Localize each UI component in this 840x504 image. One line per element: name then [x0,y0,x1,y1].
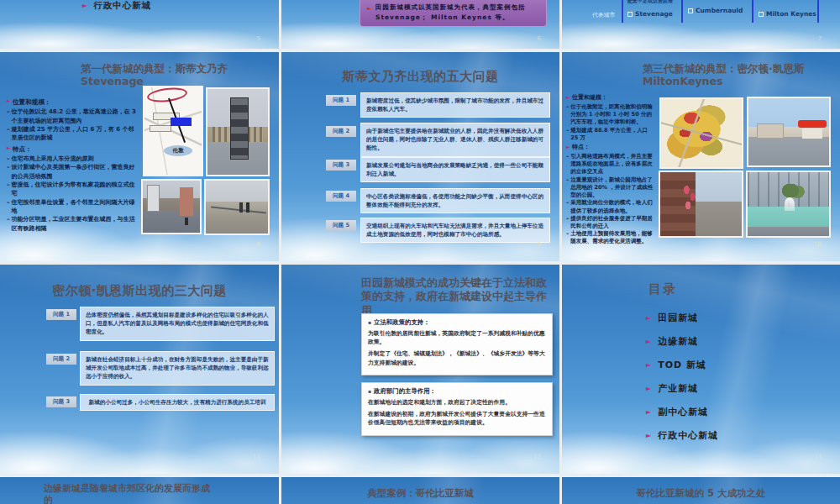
slide-policy[interactable]: 田园新城模式的成功关键在于立法和政策的支持，政府在新城建设中起主导作用 ▪立法和… [281,265,559,474]
bullet-item: 位于伦敦以北 48.2 公里，靠近高速公路，在 3 个主要机场的近距离范围内 [7,108,139,125]
map-roads [661,99,742,167]
section-header: 特点： [572,144,590,152]
page-number: 5 [257,35,260,42]
photo-tower-block [147,185,160,212]
toc-item: 边缘新城 [646,335,718,348]
slide-garden-city-note-partial[interactable]: 田园新城模式以英国新城为代表，典型案例包括 Stevenage； Milton … [281,0,559,49]
arrow-bullet-icon [7,97,11,106]
dash-bullet-icon [566,230,569,238]
photo-figure [185,218,188,225]
toc-item: TOD 新城 [646,359,718,371]
street-photo [141,179,202,234]
bullet-text: 位于伦敦附近，距离伦敦和伯明翰分别为 1 小时和 1 小时 50 分的汽车车程，… [570,103,656,127]
bullet-item: 功能分区明显，工业区主要布置在城西，与生活区有铁路相隔 [7,215,139,233]
table-divider [752,0,753,23]
policy-box-government: ▪政府部门的主导作用： 在新城地址的选定和规划方面，政府起了决定性的作用。 在新… [361,382,553,436]
section-header: 位置和规模： [13,97,51,107]
slide-columbia-success-partial[interactable]: 哥伦比亚新城的 5 大成功之处 [562,477,840,504]
photo-fountain [785,197,795,211]
bullet-text: 住宅按邻里单位设置，各个邻里之间间隔大片绿地 [12,198,140,216]
map-city-label: 伦敦 [173,147,184,155]
page-number: 6 [538,35,541,42]
petrol-street-photo [747,97,831,167]
page-number: 7 [818,35,822,42]
slide-title: 第三代新城的典型：密尔顿·凯恩斯 MiltonKeynes [643,62,840,87]
slide-comparison-table-partial[interactable]: 配套不足或运营困难 代表城市 Stevenage Cumbernauld Mil… [562,0,840,49]
bullet-item: 住宅布局上采用人车分流的原则 [7,155,139,163]
photo-highrise [180,187,193,216]
box-paragraph: 并制定了《住宅、城镇规划法》，《新城法》、《城乡开发法》等等大力支持新城的建设。 [368,349,546,366]
bullet-column: 位置和规模： 位于伦敦附近，距离伦敦和伯明翰分别为 1 小时和 1 小时 50 … [566,92,656,246]
clock-tower-photo [206,87,270,176]
slide-edge-city-partial[interactable]: 边缘新城是随着城市郊区化的发展而形成的 [0,477,279,504]
toc-partial-item: 行政中心新城 [82,0,151,12]
arrow-bullet-icon [566,94,570,102]
square-bullet-icon: ▪ [368,388,371,394]
slide-title-cn: 第一代新城的典型：斯蒂文乃齐 [81,62,274,75]
box-header: ▪政府部门的主导作用： [368,387,546,396]
slide-stevenage[interactable]: 第一代新城的典型：斯蒂文乃齐 Stevenage 位置和规模： 位于伦敦以北 4… [0,52,279,261]
dash-bullet-icon [566,199,569,207]
slide-title: 哥伦比亚新城的 5 大成功之处 [562,487,840,500]
slide-title-cn: 第三代新城的典型：密尔顿·凯恩斯 [643,62,840,75]
bullet-text: 密度低，住宅设计多为带有私家花园的独立式住宅 [12,181,140,198]
toc-item-label: 田园新城 [658,312,698,324]
slide-columbia-case-partial[interactable]: 典型案例：哥伦比亚新城 [281,477,559,504]
arrow-bullet-icon [646,313,651,323]
dash-bullet-icon [566,176,569,184]
slide-milton-problems[interactable]: 密尔顿·凯恩斯出现的三大问题 问题 1 总体密度仍然偏低，虽然其规划目标是建设多… [0,265,279,474]
dash-bullet-icon [7,215,10,223]
city-name: Cumbernauld [696,7,743,14]
slide-milton-keynes[interactable]: 第三代新城的典型：密尔顿·凯恩斯 MiltonKeynes 位置和规模： 位于伦… [562,52,840,261]
dash-bullet-icon [7,108,10,116]
slide-toc[interactable]: 目录 田园新城 边缘新城 TOD 新城 产业新城 副中心新城 行政中心新城 13 [562,265,840,474]
dash-bullet-icon [566,103,569,111]
table-divider [622,0,623,23]
page-number: 11 [253,454,260,460]
problem-label: 问题 3 [46,396,76,407]
box-paragraph: 在新城建设的初期，政府为新城开发公司提供了大量资金以支持一些造价很高但短期内也无… [368,410,546,427]
arrow-bullet-icon [367,5,372,13]
slide-title-en: MiltonKeynes [643,75,840,87]
toc-item-label: 行政中心新城 [658,429,718,442]
box-paragraph: 为吸引伦敦的居民前往新城，英国政府制定了一系列减税和补贴的优惠政策。 [368,329,546,346]
table-cell: Cumbernauld [688,7,743,14]
bullet-text: 规划建成 88.8 平方公里，人口 25 万 [570,127,656,142]
slide-title: 密尔顿·凯恩斯出现的三大问题 [0,283,279,299]
problem-label: 问题 3 [326,160,356,171]
problem-box: 新城密度过低，使其缺少城市氛围，限制了城市功能的发挥，并且城市过度依赖私人汽车。 [360,92,550,118]
garden-city-callout: 田园新城模式以英国新城为代表，典型案例包括 Stevenage； Milton … [360,0,547,27]
page-number: 12 [533,454,541,460]
dash-bullet-icon [7,155,10,163]
map-blue-marker [171,118,192,126]
arrow-bullet-icon [646,337,651,347]
photo-railing [211,207,266,214]
slide-toc-partial[interactable]: 行政中心新城 5 [0,0,279,49]
table-note: 配套不足或运营困难 [627,0,680,5]
slide-title: 典型案例：哥伦比亚新城 [281,487,559,500]
page-number: 13 [814,454,822,460]
problem-label: 问题 1 [46,309,76,320]
arrow-bullet-icon [82,1,87,11]
table-cell: Stevenage [627,10,673,18]
bullet-item: 住宅按邻里单位设置，各个邻里之间间隔大片绿地 [7,198,139,216]
dash-bullet-icon [7,198,10,207]
slide-stevenage-problems[interactable]: 斯蒂文乃齐出现的五大问题 问题 1 新城密度过低，使其缺少城市氛围，限制了城市功… [281,52,559,261]
square-bullet-icon [688,8,693,13]
box-header-text: 政府部门的主导作用： [374,387,436,395]
toc-item-label: 边缘新城 [658,335,698,348]
bullet-text: 住宅布局上采用人车分流的原则 [12,155,94,163]
arrow-bullet-icon [7,144,11,153]
toc-item: 产业新城 [646,382,718,395]
bullet-item: 引入网格道路布局模式，并且主要道路系统在地面层上，设有多层次的立体交叉点 [566,153,656,176]
page-number: 8 [257,241,260,248]
path-photo [204,179,270,235]
problem-label: 问题 2 [46,354,76,365]
section-header: 特点： [13,144,32,154]
toc-item: 田园新城 [646,312,718,324]
box-paragraph: 在新城地址的选定和规划方面，政府起了决定性的作用。 [368,398,546,407]
page-number: 9 [538,241,541,248]
problem-label: 问题 5 [326,220,356,231]
bullet-item: 设计新城中心及英国第一条步行街区，营造良好的公共活动氛围 [7,163,139,181]
bullet-text: 设计新城中心及英国第一条步行街区，营造良好的公共活动氛围 [12,163,140,181]
